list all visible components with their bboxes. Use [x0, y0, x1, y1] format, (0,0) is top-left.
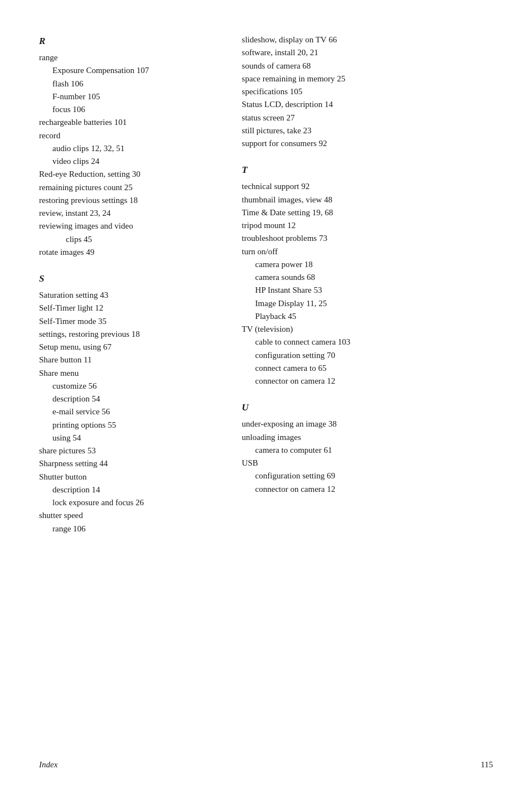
- right-entry-1-0: under-exposing an image 38: [242, 418, 493, 430]
- left-entry-0-10: remaining pictures count 25: [39, 181, 214, 194]
- right-top-entry-2: sounds of camera 68: [242, 60, 493, 72]
- right-top-entry-0: slideshow, display on TV 66: [242, 33, 493, 46]
- right-entry-0-2: Time & Date setting 19, 68: [242, 206, 493, 219]
- left-entry-1-11: using 54: [52, 432, 214, 444]
- left-entry-1-17: shutter speed: [39, 509, 214, 522]
- left-entry-1-3: settings, restoring previous 18: [39, 328, 214, 341]
- right-entry-1-4: configuration setting 69: [255, 470, 493, 482]
- section-gap-right-0: [242, 388, 493, 400]
- section-letter-S: S: [39, 273, 214, 284]
- right-entry-1-5: connector on camera 12: [255, 483, 493, 496]
- section-letter-right-T: T: [242, 165, 493, 176]
- right-entry-0-13: configuration setting 70: [255, 349, 493, 362]
- left-entry-1-14: Shutter button: [39, 471, 214, 483]
- right-entry-0-1: thumbnail images, view 48: [242, 194, 493, 206]
- right-entry-1-3: USB: [242, 457, 493, 470]
- right-top-entry-7: still pictures, take 23: [242, 124, 493, 137]
- columns-wrapper: RrangeExposure Compensation 107flash 106…: [39, 33, 493, 733]
- right-entry-0-5: turn on/off: [242, 245, 493, 258]
- section-letter-R: R: [39, 36, 214, 47]
- section-gap-left-1: [39, 535, 214, 548]
- left-entry-1-0: Saturation setting 43: [39, 289, 214, 302]
- left-entry-0-12: review, instant 23, 24: [39, 207, 214, 220]
- right-top-entry-3: space remaining in memory 25: [242, 72, 493, 85]
- left-entry-1-13: Sharpness setting 44: [39, 457, 214, 470]
- left-entry-0-4: focus 106: [52, 103, 214, 116]
- section-gap-left-0: [39, 259, 214, 271]
- right-entry-0-7: camera sounds 68: [255, 271, 493, 284]
- left-entry-0-13: reviewing images and video: [39, 220, 214, 233]
- left-entry-1-9: e-mail service 56: [52, 405, 214, 418]
- right-top-entry-8: support for consumers 92: [242, 137, 493, 150]
- right-entry-0-4: troubleshoot problems 73: [242, 232, 493, 245]
- left-entry-1-12: share pictures 53: [39, 444, 214, 457]
- right-entry-0-14: connect camera to 65: [255, 362, 493, 375]
- right-entry-0-0: technical support 92: [242, 180, 493, 193]
- left-entry-1-18: range 106: [52, 523, 214, 535]
- left-entry-0-0: range: [39, 51, 214, 64]
- right-entry-1-1: unloading images: [242, 431, 493, 444]
- left-entry-1-1: Self-Timer light 12: [39, 302, 214, 315]
- left-entry-1-15: description 14: [52, 483, 214, 496]
- left-entry-0-3: F-number 105: [52, 90, 214, 103]
- right-entry-0-10: Playback 45: [255, 310, 493, 323]
- right-top-entry-5: Status LCD, description 14: [242, 98, 493, 111]
- right-entry-1-2: camera to computer 61: [255, 444, 493, 457]
- left-entry-0-1: Exposure Compensation 107: [52, 64, 214, 77]
- column-right: slideshow, display on TV 66software, ins…: [236, 33, 493, 733]
- right-entry-0-15: connector on camera 12: [255, 375, 493, 388]
- column-left: RrangeExposure Compensation 107flash 106…: [39, 33, 236, 733]
- right-entry-0-3: tripod mount 12: [242, 219, 493, 232]
- left-entry-1-2: Self-Timer mode 35: [39, 315, 214, 328]
- left-entry-0-11: restoring previous settings 18: [39, 194, 214, 207]
- left-entry-0-6: record: [39, 129, 214, 142]
- section-gap-right-top: [242, 150, 493, 162]
- left-entry-0-5: rechargeable batteries 101: [39, 116, 214, 129]
- left-entry-0-14: clips 45: [66, 233, 214, 246]
- left-entry-1-7: customize 56: [52, 380, 214, 393]
- right-top-entry-1: software, install 20, 21: [242, 46, 493, 59]
- page-container: RrangeExposure Compensation 107flash 106…: [0, 0, 532, 803]
- right-top-entry-6: status screen 27: [242, 112, 493, 124]
- left-entry-0-15: rotate images 49: [39, 246, 214, 259]
- right-entry-0-8: HP Instant Share 53: [255, 284, 493, 297]
- footer-page-number: 115: [481, 760, 493, 770]
- left-entry-0-7: audio clips 12, 32, 51: [52, 142, 214, 155]
- page-footer: Index 115: [39, 756, 493, 770]
- left-entry-0-9: Red-eye Reduction, setting 30: [39, 168, 214, 181]
- left-entry-1-4: Setup menu, using 67: [39, 341, 214, 354]
- left-entry-1-8: description 54: [52, 393, 214, 405]
- right-top-entry-4: specifications 105: [242, 85, 493, 98]
- section-letter-right-U: U: [242, 402, 493, 413]
- left-entry-1-6: Share menu: [39, 367, 214, 380]
- footer-label: Index: [39, 760, 57, 770]
- left-entry-0-8: video clips 24: [52, 155, 214, 168]
- left-entry-1-5: Share button 11: [39, 354, 214, 366]
- left-entry-1-10: printing options 55: [52, 419, 214, 432]
- right-entry-0-9: Image Display 11, 25: [255, 297, 493, 310]
- right-entry-0-11: TV (television): [242, 323, 493, 336]
- right-entry-0-6: camera power 18: [255, 258, 493, 271]
- left-entry-1-16: lock exposure and focus 26: [52, 496, 214, 509]
- right-entry-0-12: cable to connect camera 103: [255, 336, 493, 349]
- left-entry-0-2: flash 106: [52, 78, 214, 90]
